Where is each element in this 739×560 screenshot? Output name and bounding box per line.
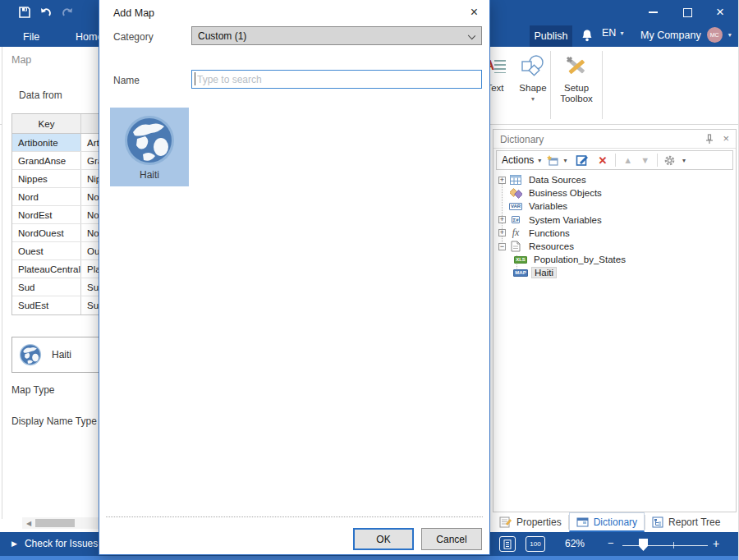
report-tree-icon (652, 516, 663, 528)
category-dropdown[interactable]: Custom (1) (191, 26, 482, 45)
data-sources-icon (510, 175, 521, 185)
scroll-left-icon[interactable]: ◀ (22, 520, 35, 527)
chevron-down-icon: ▾ (620, 30, 623, 37)
expand-icon[interactable]: + (498, 229, 506, 236)
functions-icon: fx (512, 227, 520, 239)
zoom-in-button[interactable]: + (713, 537, 719, 550)
chevron-down-icon (468, 32, 475, 39)
gear-icon[interactable] (663, 154, 676, 167)
close-button[interactable]: × (706, 0, 734, 25)
zoom-slider-track[interactable] (622, 545, 708, 546)
shape-button[interactable]: Shape ▾ (516, 49, 550, 103)
close-icon: × (716, 4, 724, 21)
tree-item-label: Haiti (531, 267, 557, 278)
check-for-issues-button[interactable]: ▶ Check for Issues (11, 538, 98, 549)
collapse-icon[interactable]: − (498, 243, 506, 250)
cancel-button[interactable]: Cancel (421, 528, 482, 550)
minimize-button[interactable] (639, 0, 667, 25)
move-up-icon[interactable]: ▲ (623, 155, 632, 165)
ribbon-separator (550, 51, 551, 119)
edit-icon[interactable] (576, 154, 589, 167)
map-resource-icon: MAP (513, 269, 527, 277)
language-selector[interactable]: EN ▾ (602, 27, 623, 39)
check-for-issues-label: Check for Issues (25, 538, 98, 549)
actions-menu-button[interactable]: Actions ▾ (502, 154, 546, 166)
chevron-down-icon: ▾ (682, 157, 686, 164)
text-caret (195, 72, 195, 85)
variables-icon: VAR (509, 203, 522, 210)
chevron-down-icon: ▾ (516, 95, 550, 103)
expand-icon[interactable]: + (498, 216, 506, 223)
tree-item-data-sources[interactable]: + Data Sources (497, 173, 733, 186)
pin-icon[interactable] (705, 134, 714, 145)
notifications-bell-icon[interactable] (581, 29, 594, 43)
tree-item-label: Business Objects (526, 188, 604, 198)
tree-item-population-by-states[interactable]: XLS Population_by_States (497, 253, 733, 266)
system-variables-icon: Σ# (512, 216, 521, 223)
scrollbar-thumb[interactable] (35, 519, 75, 527)
setup-toolbox-button[interactable]: Setup Toolbox (553, 49, 599, 104)
new-item-icon (546, 154, 559, 167)
redo-icon[interactable] (61, 6, 74, 19)
page-view-icon (503, 539, 512, 549)
new-item-button[interactable]: ▾ (546, 154, 571, 167)
tab-report-tree[interactable]: Report Tree (645, 512, 727, 532)
maximize-button[interactable] (673, 0, 701, 25)
tab-properties[interactable]: Properties (493, 512, 568, 532)
tab-file[interactable]: File (23, 27, 39, 47)
expand-icon[interactable]: + (498, 177, 506, 184)
tab-dictionary[interactable]: Dictionary (569, 512, 645, 532)
tree-item-system-variables[interactable]: + Σ# System Variables (497, 213, 733, 227)
name-label: Name (113, 75, 140, 86)
undo-icon[interactable] (39, 6, 53, 19)
zoom-slider-tick (673, 542, 674, 549)
zoom-100-button[interactable]: 100 (526, 536, 545, 552)
map-tile-haiti[interactable]: Haiti (110, 108, 189, 186)
panel-title: Map (11, 54, 31, 66)
ok-button[interactable]: OK (353, 528, 414, 550)
key-column-header[interactable]: Key (12, 114, 81, 133)
dialog-close-icon[interactable]: × (470, 5, 478, 20)
minimize-icon (649, 11, 658, 13)
tools-icon (564, 54, 589, 79)
dialog-separator (106, 516, 483, 517)
setup-toolbox-label: Setup Toolbox (553, 83, 599, 104)
globe-icon (123, 114, 176, 167)
tree-item-label: Population_by_States (531, 255, 628, 264)
chevron-down-icon: ▾ (728, 31, 732, 39)
chevron-down-icon: ▾ (538, 157, 541, 164)
tree-item-haiti[interactable]: MAP Haiti (497, 266, 733, 279)
zoom-100-label: 100 (530, 540, 540, 548)
tree-item-label: Functions (526, 228, 572, 238)
zoom-out-button[interactable]: − (608, 537, 614, 549)
move-down-icon[interactable]: ▼ (640, 155, 649, 165)
delete-icon[interactable]: ✕ (598, 154, 607, 167)
tree-item-functions[interactable]: + fx Functions (497, 227, 733, 240)
display-name-type-label: Display Name Type (11, 415, 97, 427)
dictionary-title: Dictionary (500, 134, 544, 145)
tree-item-resources[interactable]: − Resources (497, 240, 733, 253)
tree-item-variables[interactable]: VAR Variables (497, 200, 733, 213)
publish-button[interactable]: Publish (530, 25, 572, 47)
close-panel-icon[interactable]: × (723, 132, 729, 145)
dictionary-panel: Dictionary × Actions ▾ ▾ ✕ ▲ ▼ ▾ (493, 129, 737, 512)
panel-tab-bar: Properties Dictionary Report Tree (493, 512, 737, 532)
category-label: Category (113, 31, 154, 43)
account-name: My Company (640, 30, 701, 41)
name-search-input[interactable] (191, 70, 482, 89)
tree-item-label: Resources (526, 241, 576, 251)
map-item-label: Haiti (52, 349, 71, 360)
toolbar-separator (615, 154, 616, 167)
run-icon: ▶ (11, 539, 17, 548)
page-view-button[interactable] (499, 536, 516, 552)
tree-item-business-objects[interactable]: Business Objects (497, 186, 733, 200)
map-type-label: Map Type (11, 384, 54, 396)
account-menu[interactable]: My Company MC ▾ (640, 27, 732, 43)
save-icon[interactable] (18, 6, 31, 19)
dictionary-toolbar: Actions ▾ ▾ ✕ ▲ ▼ ▾ (496, 150, 733, 170)
toolbar-separator (657, 154, 658, 167)
add-map-dialog: Add Map × Category Custom (1) Name Haiti… (99, 0, 490, 555)
actions-label: Actions (502, 154, 534, 166)
ribbon-separator (602, 51, 603, 119)
globe-icon (19, 343, 42, 366)
